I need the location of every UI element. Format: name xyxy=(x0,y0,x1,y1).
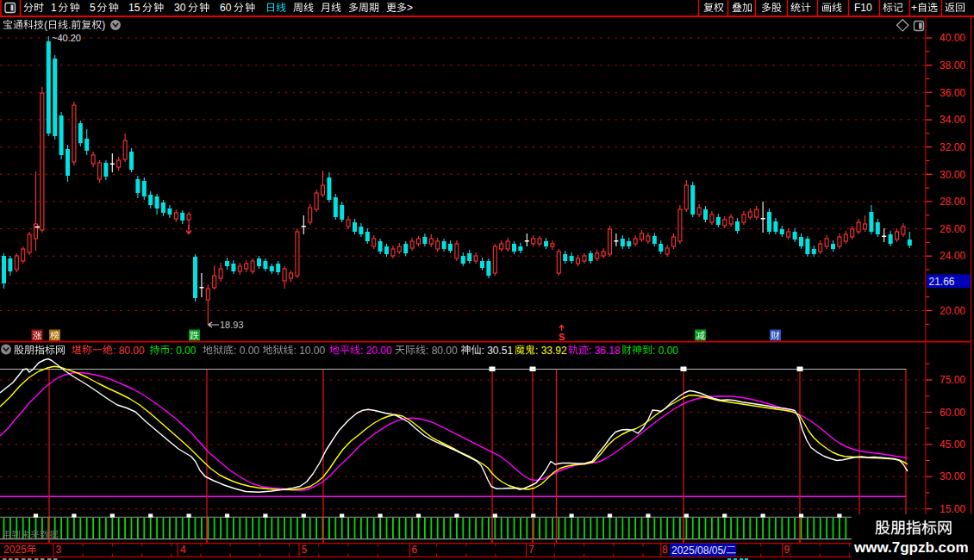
svg-text:8: 8 xyxy=(662,544,668,556)
svg-text:>: > xyxy=(407,2,413,14)
svg-text:S: S xyxy=(559,332,565,342)
svg-text:: 20.00: : 20.00 xyxy=(360,345,392,357)
svg-text:18.93: 18.93 xyxy=(220,320,244,330)
svg-text:28.00: 28.00 xyxy=(940,196,965,208)
svg-text:15.00: 15.00 xyxy=(940,503,965,515)
svg-text:32.00: 32.00 xyxy=(940,141,965,153)
svg-text:40.00: 40.00 xyxy=(940,32,965,44)
svg-text:4: 4 xyxy=(180,544,186,556)
svg-text:: 0.00: : 0.00 xyxy=(171,345,197,357)
svg-text:20.00: 20.00 xyxy=(940,305,965,317)
svg-text:2025/08/05/: 2025/08/05/ xyxy=(671,544,727,557)
svg-text:+: + xyxy=(911,2,917,14)
svg-text:: 80.00: : 80.00 xyxy=(426,345,458,357)
svg-text:34.00: 34.00 xyxy=(940,114,965,126)
svg-text:F10: F10 xyxy=(854,2,872,14)
svg-text:: 0.00: : 0.00 xyxy=(652,345,678,357)
svg-text:www.7gpzb.com: www.7gpzb.com xyxy=(853,539,969,556)
svg-text:45.00: 45.00 xyxy=(940,439,965,451)
svg-text:30.00: 30.00 xyxy=(940,470,965,482)
svg-text:15: 15 xyxy=(128,2,140,14)
svg-text:5: 5 xyxy=(90,2,96,14)
svg-text:1: 1 xyxy=(51,2,57,14)
svg-text:5: 5 xyxy=(302,544,308,556)
svg-text:36.00: 36.00 xyxy=(940,87,965,99)
svg-text:60: 60 xyxy=(220,2,232,14)
svg-text:: 10.00: : 10.00 xyxy=(294,345,326,357)
svg-text:2025: 2025 xyxy=(3,544,27,556)
svg-text:30: 30 xyxy=(174,2,186,14)
svg-text:~40.20: ~40.20 xyxy=(52,33,81,43)
svg-text:.: . xyxy=(68,19,71,31)
svg-text:3: 3 xyxy=(56,544,62,556)
svg-text:21.66: 21.66 xyxy=(929,276,955,288)
svg-text:24.00: 24.00 xyxy=(940,250,965,262)
svg-text:7: 7 xyxy=(528,544,534,556)
svg-text:(: ( xyxy=(44,19,47,31)
svg-text:: 80.00: : 80.00 xyxy=(113,345,145,357)
svg-text:: 36.18: : 36.18 xyxy=(589,345,621,357)
svg-text:: 30.51: : 30.51 xyxy=(482,345,514,357)
svg-text:: 0.00: : 0.00 xyxy=(234,345,259,357)
svg-text:9: 9 xyxy=(784,544,790,556)
svg-text:26.00: 26.00 xyxy=(940,223,965,235)
svg-text:: 33.92: : 33.92 xyxy=(535,345,567,357)
svg-text:38.00: 38.00 xyxy=(940,59,965,72)
svg-text:60.00: 60.00 xyxy=(940,407,965,419)
svg-text:): ) xyxy=(102,19,105,31)
svg-text:75.00: 75.00 xyxy=(940,374,965,386)
svg-text:6: 6 xyxy=(412,544,418,556)
svg-text:30.00: 30.00 xyxy=(940,169,965,181)
